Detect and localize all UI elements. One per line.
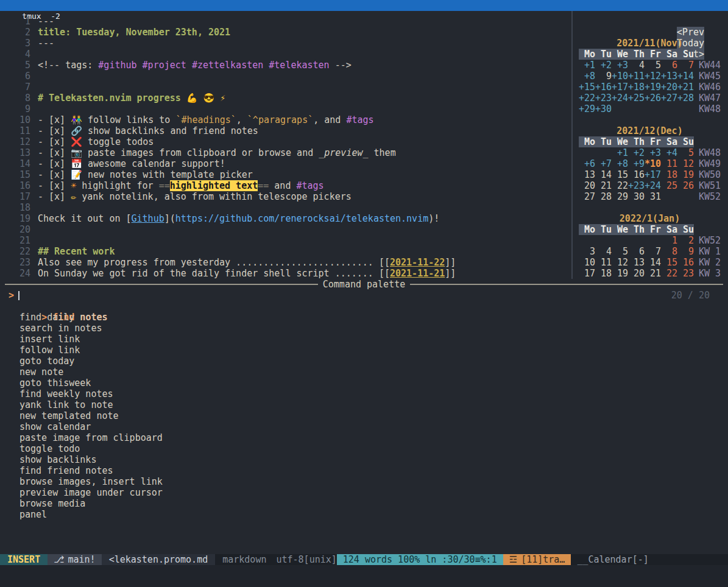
palette-item[interactable]: goto thisweek [0, 378, 728, 388]
calendar-day[interactable]: +23 [628, 180, 645, 191]
editor-line[interactable]: 11- [x] 🔗 show backlinks and friend note… [5, 125, 571, 136]
calendar-day[interactable]: +1 [612, 147, 628, 158]
calendar-day[interactable]: 29 [612, 191, 628, 202]
calendar-day[interactable]: +30 [595, 104, 612, 114]
palette-item[interactable]: panel [0, 509, 728, 520]
calendar-day[interactable]: +8 [612, 158, 628, 169]
calendar-day[interactable]: +18 [628, 82, 645, 93]
calendar-day[interactable]: +8 [579, 71, 595, 82]
palette-item[interactable]: goto today [0, 356, 728, 367]
calendar-day[interactable]: 18 [661, 169, 677, 180]
calendar-day[interactable]: 17 [579, 268, 595, 279]
palette-item[interactable]: browse images, insert link [0, 476, 728, 487]
calendar-day[interactable]: 4 [595, 246, 612, 257]
palette-item[interactable]: follow link [0, 345, 728, 356]
calendar-day[interactable]: +19 [645, 82, 661, 93]
calendar-day[interactable]: +16 [595, 82, 612, 93]
calendar-day[interactable]: 16 [677, 257, 694, 268]
calendar-day[interactable]: 2 [677, 235, 694, 246]
calendar-day[interactable]: 16 [628, 169, 645, 180]
palette-item[interactable]: find weekly notes [0, 388, 728, 399]
calendar-day[interactable]: 9 [595, 71, 612, 82]
calendar-day[interactable]: 19 [677, 169, 694, 180]
calendar-day[interactable]: 12 [612, 257, 628, 268]
editor-line[interactable]: 3--- [5, 38, 571, 49]
calendar-day[interactable]: +11 [628, 71, 645, 82]
editor-line[interactable]: 22## Recent work [5, 246, 571, 257]
calendar-day[interactable]: +21 [677, 82, 694, 93]
editor-line[interactable]: 2title: Tuesday, November 23th, 2021 [5, 27, 571, 38]
calendar-day[interactable]: 14 [595, 169, 612, 180]
editor-line[interactable]: 18 [5, 202, 571, 213]
editor-line[interactable]: 10- [x] 👫 follow links to `#headings`, `… [5, 114, 571, 125]
calendar-day[interactable]: 26 [677, 180, 694, 191]
calendar-day[interactable]: 5 [612, 246, 628, 257]
editor-line[interactable]: 23Also see my progress from yesterday ..… [5, 257, 571, 268]
calendar-day[interactable]: 19 [612, 268, 628, 279]
calendar-day[interactable]: +1 [579, 60, 595, 71]
calendar-day[interactable]: 10 [579, 257, 595, 268]
calendar-day[interactable]: +26 [645, 93, 661, 104]
palette-item[interactable]: paste image from clipboard [0, 432, 728, 443]
calendar-day[interactable]: +7 [595, 158, 612, 169]
calendar-day[interactable]: 13 [579, 169, 595, 180]
calendar-day[interactable]: +12 [645, 71, 661, 82]
calendar-day[interactable]: 5 [645, 60, 661, 71]
palette-item[interactable]: show calendar [0, 421, 728, 432]
calendar-day[interactable]: +22 [579, 93, 595, 104]
editor-line[interactable]: 13- [x] 📷 paste images from clipboard or… [5, 147, 571, 158]
calendar-day[interactable]: 15 [612, 169, 628, 180]
calendar-day[interactable]: +2 [595, 60, 612, 71]
calendar-day[interactable]: +2 [628, 147, 645, 158]
editor-line[interactable]: 14- [x] 📅 awesome calendar support! [5, 158, 571, 169]
calendar-day[interactable]: 1 [661, 235, 677, 246]
calendar-day[interactable]: +27 [661, 93, 677, 104]
editor-line[interactable]: 21 [5, 235, 571, 246]
palette-item[interactable]: insert link [0, 334, 728, 345]
calendar-day[interactable]: +29 [579, 104, 595, 114]
editor-line[interactable]: 1--- [5, 16, 571, 27]
calendar-day[interactable]: +24 [645, 180, 661, 191]
calendar-day[interactable]: 4 [628, 60, 645, 71]
calendar-day[interactable]: 8 [661, 246, 677, 257]
calendar-day[interactable]: +4 [661, 147, 677, 158]
calendar-day[interactable]: 21 [595, 180, 612, 191]
calendar-day[interactable]: +10 [612, 71, 628, 82]
calendar-day[interactable]: +17 [612, 82, 628, 93]
calendar-day[interactable]: +15 [579, 82, 595, 93]
palette-item[interactable]: preview image under cursor [0, 487, 728, 498]
editor-line[interactable]: 20 [5, 224, 571, 235]
calendar-day[interactable]: +9 [628, 158, 645, 169]
editor-line[interactable]: 8# Telekasten.nvim progress 💪 😎 ⚡ [5, 93, 571, 104]
calendar-day[interactable]: 28 [595, 191, 612, 202]
editor-line[interactable]: 4 [5, 49, 571, 60]
calendar-day[interactable]: +23 [595, 93, 612, 104]
calendar-prev-button[interactable]: <Prev [677, 27, 704, 38]
calendar-day[interactable]: 6 [628, 246, 645, 257]
palette-item[interactable]: new templated note [0, 410, 728, 421]
calendar-day[interactable]: 3 [579, 246, 595, 257]
calendar-day[interactable]: 9 [677, 246, 694, 257]
editor-line[interactable]: 6 [5, 71, 571, 82]
calendar-day[interactable]: 7 [677, 60, 694, 71]
editor-line[interactable]: 5<!-- tags: #github #project #zettelkast… [5, 60, 571, 71]
palette-item[interactable]: search in notes [0, 323, 728, 334]
palette-item[interactable]: yank link to note [0, 399, 728, 410]
palette-item[interactable]: new note [0, 367, 728, 378]
calendar-day[interactable]: *10 [645, 158, 661, 169]
palette-prompt-input[interactable]: > 20 / 20 [0, 290, 728, 301]
calendar-day[interactable]: +24 [612, 93, 628, 104]
editor-line[interactable]: 19Check it out on [Github](https://githu… [5, 213, 571, 224]
calendar-day[interactable]: 7 [645, 246, 661, 257]
palette-item[interactable]: toggle todo [0, 443, 728, 454]
calendar-day[interactable]: 21 [645, 268, 661, 279]
calendar-day[interactable]: +13 [661, 71, 677, 82]
calendar-day[interactable]: +3 [645, 147, 661, 158]
calendar-day[interactable]: 22 [661, 268, 677, 279]
calendar-day[interactable]: 5 [677, 147, 694, 158]
calendar-day[interactable]: 31 [645, 191, 661, 202]
palette-item-selected[interactable]: >find notes [0, 301, 728, 312]
editor-line[interactable]: 15- [x] 📝 new notes with template picker [5, 169, 571, 180]
calendar-day[interactable]: +3 [612, 60, 628, 71]
calendar-day[interactable]: 27 [579, 191, 595, 202]
